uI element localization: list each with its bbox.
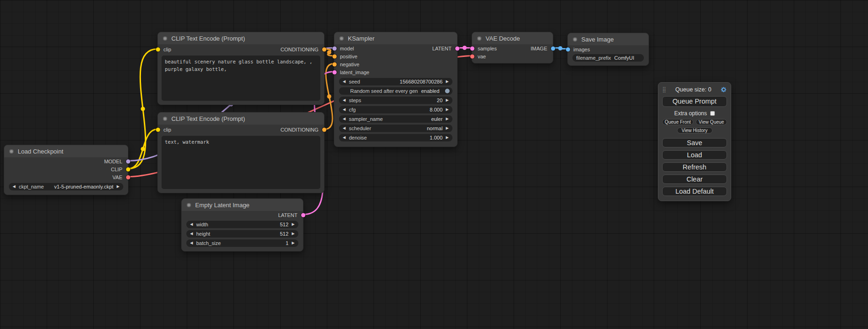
node-empty-latent-image[interactable]: Empty Latent Image LATENT ◀ width 512 ▶ … [181, 198, 303, 252]
clip-output-slot[interactable] [126, 167, 130, 171]
negative-input-label: negative [340, 62, 360, 67]
node-clip-text-encode-positive[interactable]: CLIP Text Encode (Prompt) clip CONDITION… [157, 32, 325, 105]
load-button[interactable]: Load [662, 150, 727, 160]
latent-output-slot[interactable] [301, 213, 305, 217]
increment-arrow-icon[interactable]: ▶ [117, 185, 120, 189]
increment-arrow-icon[interactable]: ▶ [292, 241, 295, 245]
extra-options-checkbox[interactable] [710, 111, 715, 116]
decrement-arrow-icon[interactable]: ◀ [343, 108, 346, 112]
decrement-arrow-icon[interactable]: ◀ [190, 223, 193, 226]
widget-value: 512 [280, 222, 288, 227]
node-vae-decode[interactable]: VAE Decode samples IMAGE vae [472, 32, 553, 63]
decrement-arrow-icon[interactable]: ◀ [190, 241, 193, 245]
queue-prompt-button[interactable]: Queue Prompt [662, 96, 727, 107]
denoise-stepper[interactable]: ◀ denoise 1.000 ▶ [339, 134, 452, 141]
decrement-arrow-icon[interactable]: ◀ [343, 126, 346, 130]
collapse-toggle-icon[interactable] [573, 37, 577, 42]
queue-front-button[interactable]: Queue Front [662, 119, 693, 125]
toggle-knob[interactable] [445, 89, 450, 93]
clip-output-label: CLIP [111, 167, 122, 172]
negative-input-slot[interactable] [332, 62, 337, 66]
collapse-toggle-icon[interactable] [9, 149, 14, 154]
decrement-arrow-icon[interactable]: ◀ [13, 185, 15, 189]
ckpt-name-combo[interactable]: ◀ ckpt_name v1-5-pruned-emaonly.ckpt ▶ [9, 183, 123, 190]
cfg-stepper[interactable]: ◀ cfg 8.000 ▶ [339, 106, 452, 113]
node-titlebar[interactable]: CLIP Text Encode (Prompt) [158, 112, 324, 125]
slot-row: latent_image [334, 68, 457, 76]
load-default-button[interactable]: Load Default [662, 187, 727, 196]
view-history-button[interactable]: View History [677, 127, 713, 133]
height-stepper[interactable]: ◀ height 512 ▶ [186, 230, 298, 238]
view-queue-button[interactable]: View Queue [696, 119, 727, 125]
samples-input-label: samples [478, 46, 497, 51]
collapse-toggle-icon[interactable] [477, 36, 481, 41]
node-clip-text-encode-negative[interactable]: CLIP Text Encode (Prompt) clip CONDITION… [157, 112, 325, 193]
model-output-slot[interactable] [126, 159, 130, 163]
increment-arrow-icon[interactable]: ▶ [292, 232, 295, 236]
node-save-image[interactable]: Save Image images filename_prefix ComfyU… [567, 33, 649, 66]
negative-prompt-textarea[interactable]: text, watermark [162, 136, 320, 189]
latent-output-label: LATENT [432, 46, 452, 51]
latent-image-input-slot[interactable] [332, 70, 337, 74]
widget-value: 20 [437, 98, 443, 103]
increment-arrow-icon[interactable]: ▶ [292, 223, 295, 226]
collapse-toggle-icon[interactable] [339, 36, 344, 41]
clip-input-slot[interactable] [156, 128, 160, 132]
widget-label: steps [349, 98, 361, 103]
drag-handle-icon[interactable]: ⣿ [662, 87, 666, 92]
sampler-name-combo[interactable]: ◀ sampler_name euler ▶ [339, 115, 452, 123]
settings-gear-icon[interactable] [720, 86, 727, 93]
clip-input-slot[interactable] [156, 48, 160, 52]
increment-arrow-icon[interactable]: ▶ [446, 108, 449, 112]
node-load-checkpoint[interactable]: Load Checkpoint MODEL CLIP VAE ◀ ckpt_na… [4, 145, 128, 195]
refresh-button[interactable]: Refresh [662, 162, 727, 172]
node-titlebar[interactable]: CLIP Text Encode (Prompt) [158, 32, 324, 44]
images-input-slot[interactable] [566, 47, 570, 51]
batch-size-stepper[interactable]: ◀ batch_size 1 ▶ [186, 239, 298, 247]
node-titlebar[interactable]: VAE Decode [472, 32, 553, 44]
decrement-arrow-icon[interactable]: ◀ [343, 98, 346, 102]
filename-prefix-field[interactable]: filename_prefix ComfyUI [572, 54, 644, 62]
vae-output-slot[interactable] [126, 175, 130, 179]
decrement-arrow-icon[interactable]: ◀ [343, 136, 346, 140]
vae-input-slot[interactable] [470, 54, 474, 58]
node-title: CLIP Text Encode (Prompt) [171, 35, 245, 42]
image-output-slot[interactable] [551, 46, 555, 50]
latent-output-slot[interactable] [455, 46, 459, 50]
steps-stepper[interactable]: ◀ steps 20 ▶ [339, 97, 452, 104]
increment-arrow-icon[interactable]: ▶ [446, 117, 449, 121]
random-seed-toggle[interactable]: Random seed after every gen enabled [339, 87, 452, 95]
decrement-arrow-icon[interactable]: ◀ [343, 117, 346, 121]
collapse-toggle-icon[interactable] [163, 36, 167, 41]
clear-button[interactable]: Clear [662, 175, 727, 184]
positive-prompt-textarea[interactable]: beautiful scenery nature glass bottle la… [162, 56, 320, 101]
model-input-slot[interactable] [332, 46, 337, 50]
node-title: VAE Decode [486, 35, 520, 42]
increment-arrow-icon[interactable]: ▶ [446, 126, 449, 130]
node-titlebar[interactable]: Empty Latent Image [182, 199, 303, 211]
queue-panel[interactable]: ⣿ Queue size: 0 Queue Prompt Extra optio… [658, 82, 731, 201]
decrement-arrow-icon[interactable]: ◀ [343, 80, 346, 84]
increment-arrow-icon[interactable]: ▶ [446, 136, 449, 140]
increment-arrow-icon[interactable]: ▶ [446, 80, 449, 84]
conditioning-output-slot[interactable] [322, 128, 326, 132]
extra-options-label: Extra options [674, 110, 707, 117]
node-titlebar[interactable]: Load Checkpoint [4, 145, 128, 157]
slot-row: vae [472, 52, 553, 60]
save-button[interactable]: Save [662, 138, 727, 147]
samples-input-slot[interactable] [470, 46, 474, 50]
comfyui-canvas[interactable]: { "colors": { "model": "#B39DDB", "clip"… [0, 0, 868, 329]
seed-stepper[interactable]: ◀ seed 156680208700286 ▶ [339, 78, 452, 85]
widget-label: cfg [349, 107, 356, 112]
decrement-arrow-icon[interactable]: ◀ [190, 232, 193, 236]
conditioning-output-slot[interactable] [322, 48, 326, 52]
collapse-toggle-icon[interactable] [163, 117, 167, 121]
positive-input-slot[interactable] [332, 54, 337, 58]
collapse-toggle-icon[interactable] [187, 203, 191, 207]
width-stepper[interactable]: ◀ width 512 ▶ [186, 221, 298, 228]
node-ksampler[interactable]: KSampler model LATENT positive negative … [334, 32, 458, 147]
node-titlebar[interactable]: KSampler [334, 32, 457, 44]
increment-arrow-icon[interactable]: ▶ [446, 98, 449, 102]
scheduler-combo[interactable]: ◀ scheduler normal ▶ [339, 125, 452, 132]
node-titlebar[interactable]: Save Image [568, 33, 649, 45]
